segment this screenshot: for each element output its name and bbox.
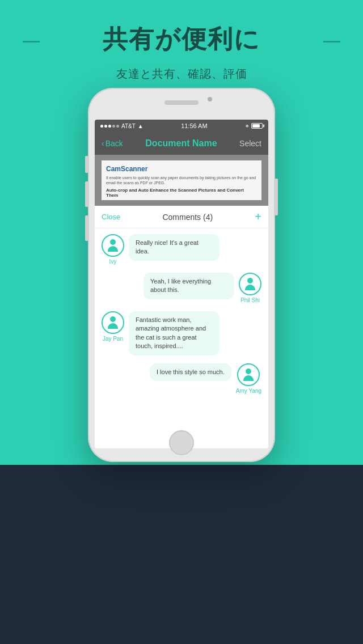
nav-bar: ‹ Back Document Name Select	[95, 132, 268, 155]
phone-screen: AT&T ▲ 11:56 AM ∗ ‹ Back Document Name	[95, 120, 268, 448]
comment-row: Jay Pan Fantastic work man, amazing atmo…	[102, 311, 261, 355]
side-button-power	[275, 179, 278, 215]
avatar-amyyang	[237, 363, 260, 386]
phone-speaker	[164, 100, 199, 105]
side-button-volume-down	[85, 215, 88, 241]
comment-bubble-2: Yeah, I like everything about this.	[143, 273, 234, 299]
avatar-group-ivy: Ivy	[102, 234, 124, 265]
phone-outer: AT&T ▲ 11:56 AM ∗ ‹ Back Document Name	[88, 88, 275, 462]
close-button[interactable]: Close	[102, 213, 120, 221]
comment-row: Ivy Really nice! It's a great idea.	[102, 234, 261, 265]
side-button-volume-up	[85, 181, 88, 207]
avatar-label-philshi: Phil Shi	[240, 297, 260, 303]
document-preview: CamScanner It enable users to quickly sc…	[95, 155, 268, 206]
avatar-group-amyyang: Amy Yang	[236, 363, 261, 394]
comments-count: (4)	[203, 213, 213, 222]
avatar-label-jaypan: Jay Pan	[103, 336, 123, 342]
status-right: ∗	[245, 123, 263, 129]
sub-title: 友達と共有、確認、評価	[0, 66, 363, 82]
signal-dot-4	[112, 125, 115, 128]
status-time: 11:56 AM	[181, 122, 207, 129]
comment-bubble-3: Fantastic work man, amazing atmosphere a…	[129, 311, 220, 355]
dash-right	[323, 41, 340, 43]
comment-text-1: Really nice! It's a great idea.	[136, 239, 199, 255]
person-shoulders-icon	[108, 246, 118, 252]
comment-text-2: Yeah, I like everything about this.	[150, 278, 211, 293]
comment-text-4: I love this style so much.	[157, 368, 225, 375]
signal-dot-5	[116, 125, 119, 128]
person-shoulders-icon	[245, 285, 255, 290]
avatar-ivy	[102, 234, 124, 257]
dash-left	[23, 41, 40, 43]
avatar-body	[245, 278, 255, 290]
comments-title: Comments (4)	[162, 213, 213, 222]
comments-header: Close Comments (4) +	[95, 206, 268, 228]
back-label: Back	[105, 139, 123, 148]
phone-mockup: AT&T ▲ 11:56 AM ∗ ‹ Back Document Name	[88, 88, 275, 462]
person-shoulders-icon	[243, 375, 254, 381]
person-head-icon	[110, 316, 116, 322]
person-head-icon	[247, 278, 253, 283]
avatar-jaypan	[102, 311, 124, 334]
back-chevron-icon: ‹	[102, 139, 104, 148]
side-button-mute	[85, 156, 88, 173]
carrier-label: AT&T	[121, 123, 136, 129]
select-button[interactable]: Select	[239, 139, 261, 148]
person-head-icon	[246, 368, 251, 374]
person-shoulders-icon	[108, 323, 118, 329]
doc-brand: CamScanner	[106, 165, 257, 173]
avatar-body	[108, 316, 118, 329]
person-head-icon	[110, 239, 116, 245]
phone-camera	[208, 97, 212, 101]
wifi-icon: ▲	[138, 123, 143, 129]
avatar-group-philshi: Phil Shi	[239, 273, 261, 303]
document-inner: CamScanner It enable users to quickly sc…	[102, 160, 261, 200]
comment-text-3: Fantastic work man, amazing atmosphere a…	[136, 316, 206, 349]
avatar-label-amyyang: Amy Yang	[236, 388, 261, 394]
comment-row: Phil Shi Yeah, I like everything about t…	[102, 273, 261, 303]
signal-dot-2	[104, 125, 107, 128]
comment-bubble-1: Really nice! It's a great idea.	[129, 234, 220, 261]
battery-indicator	[251, 123, 263, 129]
bluetooth-icon: ∗	[245, 123, 250, 129]
signal-dot-3	[108, 125, 111, 128]
status-left: AT&T ▲	[100, 123, 143, 129]
avatar-body	[108, 239, 118, 252]
avatar-body	[243, 368, 254, 381]
bg-bottom	[0, 465, 363, 644]
add-comment-button[interactable]: +	[255, 210, 261, 223]
main-title: 共有が便利に	[103, 23, 260, 56]
doc-heading: Auto-crop and Auto Enhance the Scanned P…	[106, 188, 257, 198]
nav-title: Document Name	[145, 138, 217, 149]
signal-dots	[100, 125, 119, 128]
status-bar: AT&T ▲ 11:56 AM ∗	[95, 120, 268, 132]
comments-list: Ivy Really nice! It's a great idea.	[95, 228, 268, 400]
avatar-philshi	[239, 273, 261, 295]
signal-dot-1	[100, 125, 103, 128]
header-dashes: 共有が便利に	[0, 23, 363, 61]
battery-fill	[252, 124, 260, 128]
header-section: 共有が便利に 友達と共有、確認、評価	[0, 23, 363, 82]
avatar-label-ivy: Ivy	[109, 259, 117, 265]
back-button[interactable]: ‹ Back	[102, 139, 123, 148]
comments-label: Comments	[162, 213, 201, 222]
avatar-group-jaypan: Jay Pan	[102, 311, 124, 342]
comment-row: Amy Yang I love this style so much.	[102, 363, 261, 394]
doc-description: It enable users to quickly scan any pape…	[106, 175, 257, 185]
comment-bubble-4: I love this style so much.	[150, 363, 231, 381]
home-button[interactable]	[169, 430, 194, 455]
